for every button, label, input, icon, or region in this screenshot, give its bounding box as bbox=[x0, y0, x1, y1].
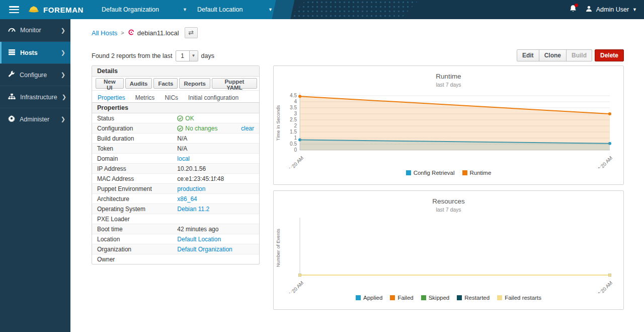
check-circle-icon bbox=[177, 115, 183, 122]
edit-button[interactable]: Edit bbox=[517, 49, 539, 61]
svg-text:1.5: 1.5 bbox=[290, 129, 297, 135]
user-menu[interactable]: Admin User ▼ bbox=[585, 5, 637, 14]
sidebar-item-infrastructure[interactable]: Infrastructure❯ bbox=[0, 86, 70, 108]
legend-swatch bbox=[497, 295, 502, 300]
svg-text:Number of Events: Number of Events bbox=[275, 229, 281, 267]
legend-label: Applied bbox=[363, 295, 382, 301]
sidebar-item-monitor[interactable]: Monitor❯ bbox=[0, 19, 70, 41]
chevron-right-icon: ❯ bbox=[61, 72, 65, 78]
legend-item-failed-restarts[interactable]: Failed restarts bbox=[497, 295, 541, 301]
notifications-bell-icon[interactable] bbox=[569, 5, 577, 15]
svg-text:2: 2 bbox=[294, 123, 297, 128]
table-row: PXE Loader bbox=[92, 214, 259, 224]
legend-item-restarted[interactable]: Restarted bbox=[457, 295, 490, 301]
hamburger-menu-icon[interactable] bbox=[9, 6, 19, 13]
legend-item-config-retrieval[interactable]: Config Retrieval bbox=[406, 170, 455, 176]
property-value: 10.20.1.56 bbox=[172, 164, 259, 174]
svg-text:4.5: 4.5 bbox=[290, 93, 297, 98]
host-switcher-button[interactable]: ⇄ bbox=[185, 27, 198, 38]
runtime-chart-legend: Config RetrievalRuntime bbox=[274, 170, 623, 176]
property-value-link[interactable]: Default Location bbox=[177, 236, 221, 243]
legend-item-runtime[interactable]: Runtime bbox=[462, 170, 492, 176]
table-row: IP Address10.20.1.56 bbox=[92, 164, 259, 174]
property-label: Owner bbox=[92, 254, 172, 264]
puppet-yaml-button[interactable]: Puppet YAML bbox=[212, 78, 257, 89]
table-row: Architecturex86_64 bbox=[92, 194, 259, 204]
brand-name: FOREMAN bbox=[43, 6, 84, 14]
legend-item-failed[interactable]: Failed bbox=[390, 295, 413, 301]
legend-item-applied[interactable]: Applied bbox=[356, 295, 382, 301]
table-row: StatusOK bbox=[92, 113, 259, 123]
table-row: ConfigurationNo changesclear bbox=[92, 123, 259, 134]
sidebar-item-configure[interactable]: Configure❯ bbox=[0, 63, 70, 86]
reports-button[interactable]: Reports bbox=[179, 78, 210, 89]
property-label: Architecture bbox=[92, 194, 172, 204]
legend-label: Skipped bbox=[429, 295, 450, 301]
breadcrumb-current-host: debian11.local bbox=[128, 29, 179, 37]
server-icon bbox=[8, 49, 16, 57]
tab-nics[interactable]: NICs bbox=[160, 93, 183, 102]
property-value: No changesclear bbox=[172, 123, 259, 134]
foreman-helmet-logo bbox=[28, 5, 39, 15]
svg-text:3: 3 bbox=[294, 111, 297, 116]
build-button[interactable]: Build bbox=[566, 49, 592, 61]
tab-metrics[interactable]: Metrics bbox=[131, 93, 159, 102]
chevron-down-icon[interactable]: ▼ bbox=[189, 51, 198, 61]
property-label: Domain bbox=[92, 154, 172, 164]
property-value-link[interactable]: production bbox=[177, 185, 205, 192]
sidebar-item-label: Administer bbox=[20, 116, 49, 123]
property-label: Token bbox=[92, 144, 172, 154]
resources-chart-subtitle: last 7 days bbox=[274, 207, 623, 213]
property-value: 42 minutes ago bbox=[172, 224, 259, 234]
svg-text:11/25, 11:20 AM: 11/25, 11:20 AM bbox=[275, 280, 304, 293]
days-select[interactable]: 1 ▼ bbox=[176, 50, 198, 61]
sidebar-item-hosts[interactable]: Hosts❯ bbox=[0, 41, 70, 63]
status-ok-badge: No changes bbox=[177, 125, 217, 132]
svg-text:0: 0 bbox=[294, 147, 297, 153]
notification-badge bbox=[575, 4, 578, 7]
legend-label: Failed restarts bbox=[505, 295, 541, 301]
organization-dropdown[interactable]: Default Organization ▼ bbox=[97, 0, 192, 19]
breadcrumb-all-hosts-link[interactable]: All Hosts bbox=[92, 29, 117, 37]
days-select-value: 1 bbox=[176, 51, 189, 61]
legend-swatch bbox=[421, 295, 426, 300]
property-value-link[interactable]: local bbox=[177, 155, 190, 162]
gear-icon bbox=[8, 115, 15, 123]
property-value: Debian 11.2 bbox=[172, 204, 259, 214]
breadcrumb-separator: > bbox=[121, 30, 124, 36]
foreman-brand[interactable]: FOREMAN bbox=[28, 5, 84, 15]
audits-button[interactable]: Audits bbox=[125, 78, 152, 89]
svg-text:2.5: 2.5 bbox=[290, 117, 297, 122]
property-label: PXE Loader bbox=[92, 214, 172, 224]
property-value-link[interactable]: x86_64 bbox=[177, 195, 197, 203]
breadcrumb: All Hosts > debian11.local ⇄ bbox=[92, 27, 198, 38]
property-value-link[interactable]: Default Organization bbox=[177, 246, 232, 253]
svg-text:11/25, 11:20 AM: 11/25, 11:20 AM bbox=[275, 155, 304, 168]
new-ui-button[interactable]: New UI bbox=[96, 78, 124, 89]
legend-swatch bbox=[356, 295, 361, 300]
legend-swatch bbox=[390, 295, 395, 300]
tab-properties[interactable]: Properties bbox=[93, 93, 130, 102]
host-action-buttons: Edit Clone Build Delete bbox=[517, 49, 624, 61]
delete-button[interactable]: Delete bbox=[595, 49, 624, 61]
host-name: debian11.local bbox=[137, 29, 179, 37]
property-label: Boot time bbox=[92, 224, 172, 234]
svg-text:4: 4 bbox=[294, 99, 297, 104]
facts-button[interactable]: Facts bbox=[153, 78, 178, 89]
location-dropdown[interactable]: Default Location ▼ bbox=[192, 0, 278, 19]
sidebar-item-administer[interactable]: Administer❯ bbox=[0, 108, 70, 130]
legend-item-skipped[interactable]: Skipped bbox=[421, 295, 450, 301]
chevron-right-icon: ❯ bbox=[61, 49, 65, 56]
property-value-link[interactable]: Debian 11.2 bbox=[177, 206, 209, 213]
organization-label: Default Organization bbox=[102, 6, 159, 13]
property-value: production bbox=[172, 184, 259, 194]
check-circle-icon bbox=[177, 125, 183, 132]
debian-icon bbox=[128, 29, 135, 37]
clear-link[interactable]: clear bbox=[241, 125, 254, 132]
resources-chart-legend: AppliedFailedSkippedRestartedFailed rest… bbox=[274, 295, 623, 301]
property-label: MAC Address bbox=[92, 174, 172, 184]
tab-initial-configuration[interactable]: Initial configuration bbox=[184, 93, 243, 102]
clone-button[interactable]: Clone bbox=[539, 49, 567, 61]
status-ok-badge: OK bbox=[177, 115, 194, 122]
property-value: Default Location bbox=[172, 234, 259, 244]
